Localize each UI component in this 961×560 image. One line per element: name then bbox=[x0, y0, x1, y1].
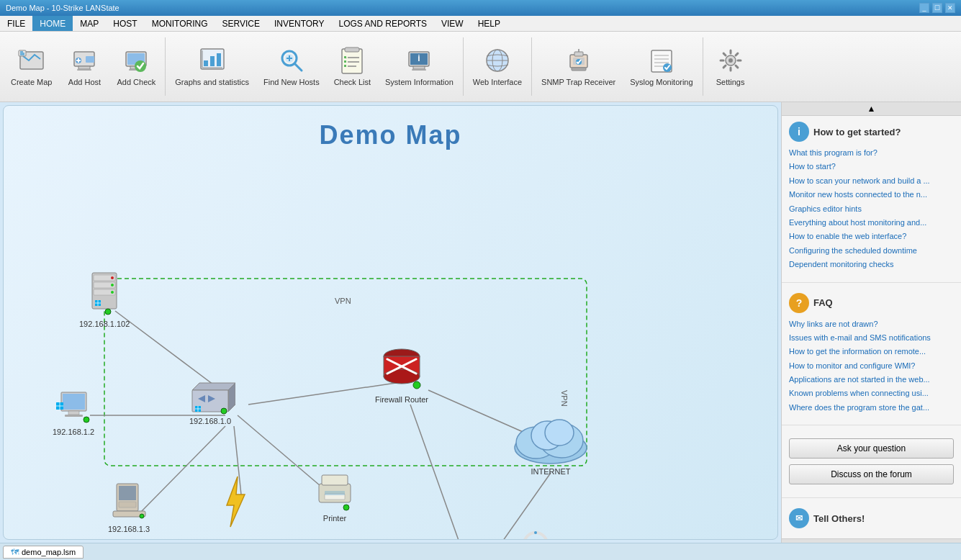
faq-link-3[interactable]: How to get the information on remote... bbox=[789, 345, 954, 358]
graphs-statistics-button[interactable]: Graphs and statistics bbox=[168, 35, 256, 99]
faq-link-5[interactable]: Applications are not started in the web.… bbox=[789, 373, 954, 387]
svg-point-133 bbox=[545, 420, 574, 446]
separator-1 bbox=[165, 37, 166, 96]
syslog-monitoring-button[interactable]: Syslog Monitoring bbox=[623, 35, 699, 99]
faq-link-2[interactable]: Issues with e-mail and SMS notifications bbox=[789, 331, 954, 345]
separator-4 bbox=[703, 37, 703, 96]
menu-help[interactable]: HELP bbox=[471, 16, 507, 31]
svg-rect-18 bbox=[204, 60, 208, 66]
forum-button[interactable]: Discuss on the forum bbox=[789, 464, 954, 484]
svg-rect-118 bbox=[322, 475, 348, 485]
node-internet[interactable]: INTERNET bbox=[507, 408, 594, 476]
maximize-button[interactable]: ☐ bbox=[932, 3, 942, 13]
link-how-start[interactable]: How to start? bbox=[789, 160, 954, 173]
check-list-button[interactable]: Check List bbox=[328, 35, 377, 99]
close-button[interactable]: ✕ bbox=[945, 3, 955, 13]
right-panel: ▲ i How to get started? What this progra… bbox=[781, 102, 961, 543]
settings-button[interactable]: Settings bbox=[706, 35, 755, 99]
svg-point-105 bbox=[221, 408, 227, 414]
faq-section: ? FAQ Why links are not drawn? Issues wi… bbox=[782, 287, 961, 421]
svg-rect-7 bbox=[77, 69, 91, 71]
tab-icon: 🗺 bbox=[11, 548, 19, 556]
svg-line-62 bbox=[723, 53, 726, 55]
svg-text:VPN: VPN bbox=[560, 390, 569, 407]
scroll-up-button[interactable]: ▲ bbox=[782, 102, 961, 116]
svg-rect-19 bbox=[210, 56, 215, 66]
node-102-label: 192.168.1.102 bbox=[79, 320, 130, 328]
node-host-13[interactable]: 192.168.1.3 bbox=[108, 480, 150, 533]
map-title: Demo Map bbox=[4, 106, 777, 165]
faq-link-4[interactable]: How to monitor and configure WMI? bbox=[789, 359, 954, 373]
faq-link-1[interactable]: Why links are not drawn? bbox=[789, 317, 954, 331]
menu-view[interactable]: VIEW bbox=[434, 16, 471, 31]
minimize-button[interactable]: _ bbox=[919, 3, 929, 13]
scroll-down-button[interactable]: ▼ bbox=[782, 538, 961, 543]
link-dependent-monitoring[interactable]: Dependent monitoring checks bbox=[789, 258, 954, 271]
add-check-label: Add Check bbox=[117, 78, 155, 87]
node-host-102[interactable]: 192.168.1.102 bbox=[79, 271, 130, 328]
link-what-for[interactable]: What this program is for? bbox=[789, 146, 954, 160]
svg-line-70 bbox=[248, 383, 396, 405]
svg-point-88 bbox=[105, 309, 111, 315]
link-scheduled-downtime[interactable]: Configuring the scheduled downtime bbox=[789, 244, 954, 258]
faq-link-6[interactable]: Known problems when connecting usi... bbox=[789, 387, 954, 400]
link-web-interface[interactable]: How to enable the web interface? bbox=[789, 230, 954, 243]
menu-file[interactable]: FILE bbox=[0, 16, 32, 31]
svg-rect-92 bbox=[65, 415, 83, 417]
create-map-button[interactable]: Create Map bbox=[4, 35, 58, 99]
window-title: Demo Map - 10-Strike LANState bbox=[6, 4, 119, 12]
svg-text:i: i bbox=[418, 53, 420, 63]
add-host-button[interactable]: Add Host bbox=[60, 35, 109, 99]
faq-link-7[interactable]: Where does the program store the gat... bbox=[789, 401, 954, 415]
tab-demo-map[interactable]: 🗺 demo_map.lsm bbox=[3, 546, 84, 559]
action-buttons: Ask your question Discuss on the forum bbox=[782, 430, 961, 493]
add-check-button[interactable]: Add Check bbox=[110, 35, 162, 99]
menu-service[interactable]: SERVICE bbox=[215, 16, 266, 31]
tell-others-title: ✉ Tell Others! bbox=[789, 508, 954, 528]
svg-line-24 bbox=[294, 63, 302, 71]
svg-point-84 bbox=[111, 291, 114, 294]
menu-home[interactable]: HOME bbox=[32, 16, 73, 31]
window-controls[interactable]: _ ☐ ✕ bbox=[919, 3, 955, 13]
title-bar: Demo Map - 10-Strike LANState _ ☐ ✕ bbox=[0, 0, 961, 16]
node-lightning bbox=[216, 473, 252, 533]
svg-line-74 bbox=[410, 405, 468, 539]
create-map-label: Create Map bbox=[11, 78, 52, 87]
node-printer[interactable]: Printer bbox=[313, 469, 356, 523]
menu-monitoring[interactable]: MONITORING bbox=[145, 16, 215, 31]
add-host-icon bbox=[70, 46, 99, 75]
printer-label: Printer bbox=[313, 514, 356, 523]
svg-point-96 bbox=[84, 417, 89, 423]
link-monitor-new-hosts[interactable]: Monitor new hosts connected to the n... bbox=[789, 188, 954, 202]
menu-map[interactable]: MAP bbox=[73, 16, 106, 31]
svg-rect-108 bbox=[119, 502, 136, 507]
tab-label: demo_map.lsm bbox=[22, 548, 76, 556]
system-information-button[interactable]: i System Information bbox=[379, 35, 460, 99]
ask-question-button[interactable]: Ask your question bbox=[789, 438, 954, 459]
menu-host[interactable]: HOST bbox=[106, 16, 144, 31]
web-interface-button[interactable]: Web Interface bbox=[466, 35, 528, 99]
node-switch[interactable]: 192.168.1.0 bbox=[185, 376, 235, 425]
snmp-trap-label: SNMP Trap Receiver bbox=[541, 78, 615, 87]
link-host-monitoring[interactable]: Everything about host monitoring and... bbox=[789, 216, 954, 230]
menu-logs-reports[interactable]: LOGS AND REPORTS bbox=[332, 16, 434, 31]
svg-rect-34 bbox=[344, 60, 346, 63]
node-firewall[interactable]: Firewall Router bbox=[375, 343, 428, 404]
faq-title: ? FAQ bbox=[789, 293, 954, 313]
link-scan-network[interactable]: How to scan your network and build a ... bbox=[789, 174, 954, 188]
node-host-12[interactable]: 192.168.1.2 bbox=[53, 387, 94, 436]
switch-label: 192.168.1.0 bbox=[185, 417, 235, 425]
svg-rect-6 bbox=[78, 66, 90, 69]
snmp-trap-button[interactable]: SNMP Trap Receiver bbox=[535, 35, 622, 99]
svg-line-75 bbox=[482, 473, 551, 539]
info-icon: i bbox=[789, 122, 809, 142]
map-canvas[interactable]: Demo Map VPN VPN bbox=[3, 105, 778, 540]
link-graphics-editor[interactable]: Graphics editor hints bbox=[789, 202, 954, 216]
internet-label: INTERNET bbox=[507, 467, 594, 476]
menu-inventory[interactable]: INVENTORY bbox=[267, 16, 332, 31]
find-new-hosts-button[interactable]: Find New Hosts bbox=[257, 35, 326, 99]
node-13-label: 192.168.1.3 bbox=[108, 525, 150, 533]
section-divider-2 bbox=[782, 425, 961, 425]
settings-icon bbox=[716, 46, 745, 75]
section-divider-1 bbox=[782, 282, 961, 283]
